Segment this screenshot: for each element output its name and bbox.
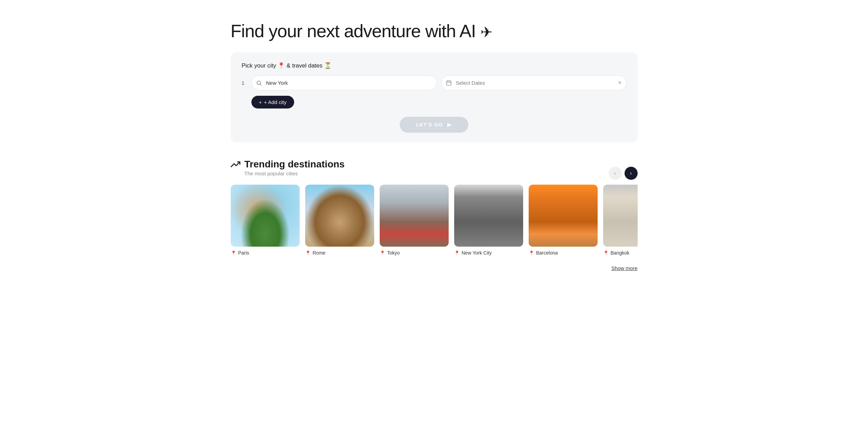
city-name-tokyo: Tokyo [387, 250, 400, 256]
city-input[interactable] [251, 75, 437, 90]
lets-go-button[interactable]: LET'S GO ▶ [400, 117, 469, 133]
add-city-button[interactable]: + + Add city [251, 96, 294, 109]
date-input[interactable] [441, 75, 627, 90]
nav-buttons: ‹ › [609, 167, 638, 180]
hero-title: Find your next adventure with AI ✈ [231, 21, 638, 41]
trending-title-group: Trending destinations The most popular c… [245, 159, 345, 176]
destination-name-tokyo: 📍 Tokyo [380, 250, 449, 256]
city-name-rome: Rome [313, 250, 326, 256]
city-name-bangkok: Bangkok [611, 250, 629, 256]
date-input-wrapper: × [441, 75, 627, 90]
add-icon: + [259, 99, 262, 105]
show-more-row: Show more [231, 265, 638, 271]
carousel-next-button[interactable]: › [625, 167, 638, 180]
location-pin-barcelona: 📍 [529, 250, 534, 256]
destination-name-nyc: 📍 New York City [454, 250, 523, 256]
destinations-scroll[interactable]: 📍 Paris 📍 Rome 📍 [231, 185, 638, 260]
add-city-label: + Add city [264, 99, 286, 105]
location-pin-rome: 📍 [305, 250, 311, 256]
lets-go-arrow: ▶ [447, 122, 452, 127]
trending-icon [231, 159, 240, 171]
destination-card-rome[interactable]: 📍 Rome [305, 185, 374, 256]
hero-title-text: Find your next adventure with AI [231, 21, 476, 41]
city-input-wrapper [251, 75, 437, 90]
prev-icon: ‹ [614, 170, 616, 176]
destination-img-rome [305, 185, 374, 247]
destination-name-rome: 📍 Rome [305, 250, 374, 256]
destination-img-barcelona [529, 185, 598, 247]
destination-img-nyc [454, 185, 523, 247]
show-more-button[interactable]: Show more [611, 265, 638, 271]
destination-card-tokyo[interactable]: 📍 Tokyo [380, 185, 449, 256]
destination-card-paris[interactable]: 📍 Paris [231, 185, 300, 256]
trending-section: Trending destinations The most popular c… [231, 159, 638, 271]
destination-card-barcelona[interactable]: 📍 Barcelona [529, 185, 598, 256]
destination-card-nyc[interactable]: 📍 New York City [454, 185, 523, 256]
destination-img-tokyo [380, 185, 449, 247]
destination-name-bangkok: 📍 Bangkok [603, 250, 638, 256]
page-container: Find your next adventure with AI ✈ Pick … [217, 0, 651, 285]
clear-date-button[interactable]: × [618, 79, 622, 86]
trending-header: Trending destinations The most popular c… [231, 159, 638, 176]
search-row: 1 [242, 75, 627, 90]
next-icon: › [630, 170, 632, 176]
destination-name-barcelona: 📍 Barcelona [529, 250, 598, 256]
pick-city-label: Pick your city 📍 & travel dates ⏳ [242, 62, 627, 69]
city-number: 1 [242, 80, 247, 86]
location-pin-nyc: 📍 [454, 250, 460, 256]
destination-img-bangkok [603, 185, 638, 247]
carousel-container: ‹ › 📍 Paris [231, 185, 638, 260]
search-panel: Pick your city 📍 & travel dates ⏳ 1 [231, 52, 638, 142]
location-pin-tokyo: 📍 [380, 250, 385, 256]
trending-subtitle: The most popular cities [245, 171, 345, 176]
city-name-barcelona: Barcelona [536, 250, 558, 256]
location-pin-bangkok: 📍 [603, 250, 609, 256]
destination-name-paris: 📍 Paris [231, 250, 300, 256]
plane-icon: ✈ [480, 24, 492, 41]
city-name-nyc: New York City [462, 250, 492, 256]
lets-go-label: LET'S GO [416, 122, 443, 127]
destination-card-bangkok[interactable]: 📍 Bangkok [603, 185, 638, 256]
trending-title: Trending destinations [245, 159, 345, 170]
carousel-prev-button[interactable]: ‹ [609, 167, 622, 180]
destination-img-paris [231, 185, 300, 247]
location-pin-paris: 📍 [231, 250, 236, 256]
city-name-paris: Paris [238, 250, 249, 256]
